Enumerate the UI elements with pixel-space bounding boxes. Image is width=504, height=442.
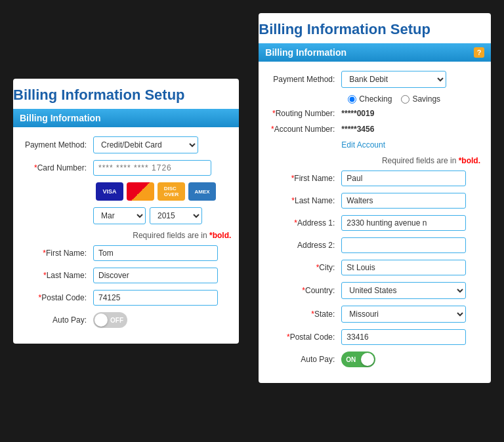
left-billing-panel: Billing Information Setup Billing Inform… — [13, 79, 239, 344]
right-routing-label: *Routing Number: — [269, 109, 341, 118]
right-first-name-label: *First Name: — [269, 174, 341, 183]
right-first-name-row: *First Name: — [269, 171, 480, 186]
right-state-label: *State: — [269, 310, 341, 319]
right-payment-select[interactable]: Bank Debit Credit/Debit Card — [341, 71, 446, 88]
right-country-row: *Country: United States Canada Mexico — [269, 282, 480, 299]
right-city-row: *City: — [269, 260, 480, 275]
right-postal-row: *Postal Code: — [269, 329, 480, 345]
right-payment-label: Payment Method: — [269, 75, 341, 84]
left-payment-select[interactable]: Credit/Debit Card Bank Debit — [93, 136, 198, 153]
visa-icon: VISA — [96, 182, 123, 201]
left-first-name-input[interactable] — [93, 245, 218, 261]
left-last-name-input[interactable] — [93, 268, 218, 283]
right-section-header: Billing Information ? — [259, 43, 491, 62]
right-radio-row: Checking Savings — [348, 94, 480, 104]
right-account-value: *****3456 — [341, 125, 374, 134]
left-postal-input[interactable] — [93, 290, 218, 306]
discover-icon: DISCOVER — [158, 182, 185, 201]
left-expiry-month-select[interactable]: JanFebMar AprMayJun JulAugSep OctNovDec — [93, 207, 146, 224]
left-card-number-row: *Card Number: — [21, 160, 231, 176]
right-page-title: Billing Information Setup — [259, 13, 491, 43]
right-section-title: Billing Information — [265, 47, 346, 58]
right-last-name-label: *Last Name: — [269, 196, 341, 205]
right-savings-radio[interactable]: Savings — [401, 94, 440, 104]
right-address2-input[interactable] — [341, 237, 466, 253]
left-first-name-label: *First Name: — [21, 249, 93, 258]
left-payment-row: Payment Method: Credit/Debit Card Bank D… — [21, 136, 231, 153]
right-account-label: *Account Number: — [269, 125, 341, 134]
left-card-icons: VISA DISCOVER AMEX — [96, 182, 216, 201]
left-card-number-input[interactable] — [93, 160, 211, 176]
right-savings-label: Savings — [412, 94, 440, 104]
left-auto-pay-row: Auto Pay: — [21, 312, 231, 328]
left-payment-label: Payment Method: — [21, 140, 93, 150]
right-city-input[interactable] — [341, 260, 466, 275]
left-required-note: Required fields are in *bold. — [21, 231, 231, 240]
left-last-name-label: *Last Name: — [21, 271, 93, 280]
left-postal-code-row: *Postal Code: — [21, 290, 231, 306]
right-state-select[interactable]: Missouri Illinois Texas California — [341, 306, 466, 323]
left-section-header: Billing Information — [13, 109, 239, 127]
right-postal-label: *Postal Code: — [269, 332, 341, 342]
right-auto-pay-toggle[interactable] — [341, 352, 375, 367]
left-expiry-selects: JanFebMar AprMayJun JulAugSep OctNovDec … — [93, 207, 202, 224]
right-required-note: Required fields are in *bold. — [269, 156, 480, 165]
right-form-body: Payment Method: Bank Debit Credit/Debit … — [259, 62, 491, 383]
right-checking-radio[interactable]: Checking — [348, 94, 392, 104]
right-first-name-input[interactable] — [341, 171, 466, 186]
right-billing-panel: Billing Information Setup Billing Inform… — [259, 13, 491, 383]
right-country-label: *Country: — [269, 286, 341, 295]
right-address2-row: Address 2: — [269, 237, 480, 253]
right-country-select[interactable]: United States Canada Mexico — [341, 282, 466, 299]
right-state-row: *State: Missouri Illinois Texas Californ… — [269, 306, 480, 323]
left-card-number-label: *Card Number: — [21, 163, 93, 172]
left-first-name-row: *First Name: — [21, 245, 231, 261]
left-auto-pay-toggle[interactable] — [93, 312, 127, 328]
left-expiry-row: JanFebMar AprMayJun JulAugSep OctNovDec … — [21, 207, 231, 224]
left-expiry-year-select[interactable]: 201420152016 2017201820192020 — [150, 207, 202, 224]
left-postal-label: *Postal Code: — [21, 293, 93, 302]
right-address1-input[interactable] — [341, 215, 466, 231]
right-account-row: *Account Number: *****3456 — [269, 125, 480, 134]
left-section-title: Billing Information — [20, 113, 101, 123]
right-routing-value: *****0019 — [341, 109, 374, 118]
right-last-name-input[interactable] — [341, 193, 466, 209]
mastercard-icon — [127, 182, 154, 201]
amex-icon: AMEX — [188, 182, 216, 201]
right-routing-row: *Routing Number: *****0019 — [269, 109, 480, 118]
right-address2-label: Address 2: — [269, 241, 341, 250]
right-payment-row: Payment Method: Bank Debit Credit/Debit … — [269, 71, 480, 88]
right-auto-pay-label: Auto Pay: — [269, 355, 341, 364]
left-card-icons-row: VISA DISCOVER AMEX — [21, 182, 231, 201]
left-last-name-row: *Last Name: — [21, 268, 231, 283]
right-last-name-row: *Last Name: — [269, 193, 480, 209]
edit-account-link[interactable]: Edit Account — [341, 140, 480, 150]
left-toggle-off[interactable] — [93, 312, 127, 328]
right-city-label: *City: — [269, 263, 341, 272]
left-card-star: * — [34, 163, 37, 172]
right-address1-label: *Address 1: — [269, 218, 341, 228]
right-auto-pay-row: Auto Pay: — [269, 352, 480, 367]
right-postal-input[interactable] — [341, 329, 466, 345]
help-icon[interactable]: ? — [474, 47, 484, 58]
left-form-body: Payment Method: Credit/Debit Card Bank D… — [13, 127, 239, 344]
right-toggle-on[interactable] — [341, 352, 375, 367]
left-page-title: Billing Information Setup — [13, 79, 239, 109]
right-checking-label: Checking — [359, 94, 392, 104]
right-address1-row: *Address 1: — [269, 215, 480, 231]
left-auto-pay-label: Auto Pay: — [21, 315, 93, 325]
